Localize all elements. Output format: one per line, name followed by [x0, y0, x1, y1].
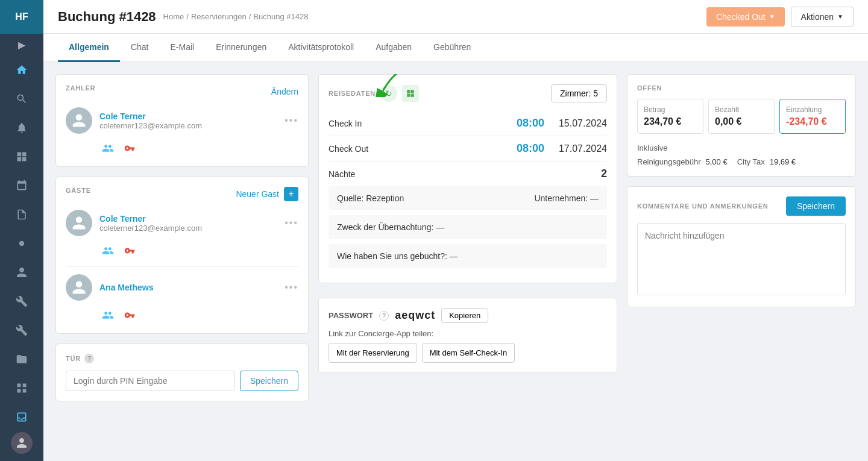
zahler-header: ZAHLER Ändern — [66, 84, 298, 99]
sidebar-item-calendar[interactable] — [0, 171, 43, 200]
bezahlt-label: Bezahlt — [715, 105, 768, 114]
user-avatar[interactable] — [11, 432, 33, 454]
mit-selfcheckin-button[interactable]: Mit dem Self-Check-In — [422, 343, 515, 363]
kopieren-button[interactable]: Kopieren — [441, 308, 488, 323]
zahler-row: Cole Terner coleterner123@example.com ••… — [66, 107, 298, 134]
svg-rect-3 — [17, 389, 21, 393]
sidebar-item-inbox[interactable] — [0, 403, 43, 431]
sidebar-item-search[interactable] — [0, 84, 43, 113]
tab-aufgaben[interactable]: Aufgaben — [365, 34, 423, 62]
zahler-name[interactable]: Cole Terner — [99, 111, 277, 121]
zahler-card: ZAHLER Ändern Cole Terner coleterner123@… — [55, 74, 309, 167]
tuer-input-row: Speichern — [66, 371, 298, 391]
checkin-label: Check In — [329, 119, 362, 128]
gast1-name[interactable]: Cole Terner — [99, 214, 277, 224]
checked-out-button[interactable]: Checked Out ▼ — [706, 7, 785, 27]
middle-column: REISEDATEN ↻ — [318, 74, 617, 449]
tuer-help-icon[interactable]: ? — [84, 354, 94, 363]
guest-divider — [66, 266, 298, 267]
reisedaten-card: REISEDATEN ↻ — [318, 74, 617, 283]
content-area: ZAHLER Ändern Cole Terner coleterner123@… — [43, 62, 868, 461]
svg-point-0 — [19, 241, 24, 246]
sidebar-item-bell[interactable] — [0, 113, 43, 142]
einzahlung-label: Einzahlung — [786, 105, 839, 114]
gast1-group-icon[interactable] — [99, 242, 116, 259]
kommentar-title: KOMMENTARE UND ANMERKUNGEN — [637, 202, 769, 210]
tuer-card: TÜR ? Speichern — [55, 343, 309, 401]
zahler-options[interactable]: ••• — [285, 115, 298, 126]
checkin-row: Check In 08:00 15.07.2024 — [329, 111, 607, 136]
sidebar: HF ▶ — [0, 0, 43, 461]
gast2-options[interactable]: ••• — [285, 282, 298, 293]
zahler-title: ZAHLER — [66, 84, 95, 92]
mit-reservierung-button[interactable]: Mit der Reservierung — [329, 343, 417, 363]
link-buttons: Mit der Reservierung Mit dem Self-Check-… — [329, 343, 607, 363]
sidebar-toggle[interactable]: ▶ — [0, 34, 43, 55]
city-tax-label: City Tax — [737, 157, 765, 166]
left-column: ZAHLER Ändern Cole Terner coleterner123@… — [55, 74, 309, 449]
offen-boxes: Betrag 234,70 € Bezahlt 0,00 € Einzahlun… — [637, 99, 846, 134]
sidebar-item-user[interactable] — [0, 258, 43, 287]
gast2-group-icon[interactable] — [99, 307, 116, 324]
gast1-options[interactable]: ••• — [285, 218, 298, 228]
einzahlung-box: Einzahlung -234,70 € — [779, 99, 846, 134]
bezahlt-value: 0,00 € — [715, 116, 768, 127]
app-logo[interactable]: HF — [0, 0, 43, 34]
checkin-time[interactable]: 08:00 — [517, 117, 544, 130]
page-header: Buchung #1428 Home / Reservierungen / Bu… — [43, 0, 868, 34]
sidebar-item-folder[interactable] — [0, 345, 43, 374]
tab-email[interactable]: E-Mail — [159, 34, 205, 62]
kommentare-card: KOMMENTARE UND ANMERKUNGEN Speichern — [627, 186, 856, 307]
tab-chat[interactable]: Chat — [120, 34, 160, 62]
link-label: Link zur Concierge-App teilen: — [329, 329, 607, 338]
unternehmen-label: Unternehmen: — — [534, 193, 599, 203]
neuer-gast-link[interactable]: Neuer Gast — [236, 189, 279, 199]
zweck-label: Zweck der Übernachtung: — — [337, 222, 444, 232]
betrag-label: Betrag — [644, 105, 697, 114]
right-column: OFFEN Betrag 234,70 € Bezahlt 0,00 € Ein… — [627, 74, 856, 449]
tuer-speichern-button[interactable]: Speichern — [240, 371, 298, 391]
sidebar-item-grid[interactable] — [0, 142, 43, 171]
tab-allgemein[interactable]: Allgemein — [58, 34, 120, 62]
zahler-key-icon[interactable] — [121, 140, 138, 157]
checkout-time[interactable]: 08:00 — [517, 142, 544, 155]
tuer-pin-input[interactable] — [66, 371, 235, 391]
chevron-down-icon: ▼ — [769, 13, 775, 20]
tab-aktivitaetsprotokoll[interactable]: Aktivitätsprotokoll — [277, 34, 365, 62]
sidebar-item-wrench[interactable] — [0, 316, 43, 345]
passwort-help-icon[interactable]: ? — [379, 311, 389, 321]
zahler-avatar — [66, 107, 92, 134]
sidebar-item-home[interactable] — [0, 55, 43, 84]
breadcrumb-current: Buchung #1428 — [253, 12, 308, 21]
aktionen-button[interactable]: Aktionen ▼ — [791, 7, 854, 27]
gast2-key-icon[interactable] — [121, 307, 138, 324]
breadcrumb: Home / Reservierungen / Buchung #1428 — [163, 12, 309, 21]
zimmer-button[interactable]: Zimmer: 5 — [551, 84, 607, 102]
add-guest-button[interactable]: + — [284, 187, 298, 201]
sidebar-item-dot[interactable] — [0, 229, 43, 258]
sidebar-item-document[interactable] — [0, 200, 43, 229]
reinigung-label: Reinigungsgebühr — [637, 157, 701, 166]
sidebar-item-tools[interactable] — [0, 287, 43, 316]
aendern-link[interactable]: Ändern — [271, 87, 298, 96]
breadcrumb-home[interactable]: Home — [163, 12, 184, 21]
checkout-label: Check Out — [329, 144, 368, 154]
passwort-card: PASSWORT ? aeqwct Kopieren Link zur Conc… — [318, 298, 617, 373]
kommentar-speichern-button[interactable]: Speichern — [786, 196, 846, 216]
gast1-key-icon[interactable] — [121, 242, 138, 259]
city-tax-value: 19,69 € — [770, 157, 796, 166]
kommentar-textarea[interactable] — [637, 223, 846, 295]
zahler-group-icon[interactable] — [99, 140, 116, 157]
page-title: Buchung #1428 — [58, 9, 156, 25]
sidebar-item-modules[interactable] — [0, 374, 43, 403]
gast2-name[interactable]: Ana Methews — [99, 283, 277, 292]
tuer-title: TÜR — [66, 355, 81, 362]
tab-gebuehren[interactable]: Gebühren — [423, 34, 482, 62]
breadcrumb-reservierungen[interactable]: Reservierungen — [191, 12, 247, 21]
gast2-avatar — [66, 274, 92, 301]
city-tax-item: City Tax 19,69 € — [737, 157, 796, 166]
inklusive-row: Reinigungsgebühr 5,00 € City Tax 19,69 € — [637, 157, 846, 166]
passwort-value: aeqwct — [395, 309, 435, 322]
tab-erinnerungen[interactable]: Erinnerungen — [205, 34, 277, 62]
gaeste-header: GÄSTE Neuer Gast + — [66, 187, 298, 201]
